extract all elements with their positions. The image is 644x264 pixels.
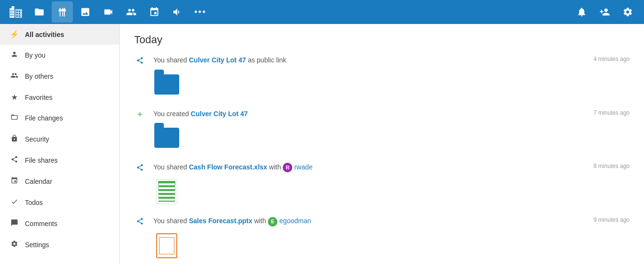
share-activity-icon [134,164,146,173]
sidebar-label-favorites: Favorites [25,94,53,101]
activity-text: You shared Cash Flow Forecast.xlsx with … [153,163,312,172]
sidebar-item-by-others[interactable]: By others [0,66,119,87]
sidebar-label-by-others: By others [25,72,53,80]
sidebar-item-file-shares[interactable]: File shares [0,150,119,171]
svg-rect-9 [16,11,18,12]
nav-audio[interactable] [167,1,188,23]
username[interactable]: egoodman [279,217,311,225]
svg-rect-4 [11,12,12,14]
activity-row: You shared Sales Forecast.pptx with E eg… [153,216,630,230]
activity-time: 9 minutes ago [572,216,630,223]
sidebar-item-calendar[interactable]: Calendar [0,171,119,192]
nav-calendar[interactable] [144,1,165,23]
activity-filename[interactable]: Culver City Lot 47 [189,56,246,64]
activity-body: You created Culver City Lot 47 7 minutes… [153,109,630,152]
top-nav-right [571,1,638,23]
nav-activity[interactable] [52,1,73,23]
gear-icon [10,240,19,250]
sidebar-item-favorites[interactable]: ★ Favorites [0,87,119,108]
share-activity-icon [134,57,146,66]
sidebar-label-comments: Comments [25,220,58,228]
activity-row: You shared Culver City Lot 47 as public … [153,56,630,69]
file-thumbnail [153,124,180,151]
presentation-icon [156,233,177,258]
activity-text: You shared Culver City Lot 47 as public … [153,56,286,65]
folder-open-icon [10,113,19,123]
sidebar-label-file-shares: File shares [25,156,58,164]
activity-time: 7 minutes ago [572,109,630,116]
svg-rect-5 [12,12,13,14]
svg-rect-6 [11,15,12,16]
sidebar-label-calendar: Calendar [25,178,52,185]
lightning-icon: ⚡ [10,30,19,39]
sidebar-item-file-changes[interactable]: File changes [0,108,119,129]
activity-time: 8 minutes ago [572,163,630,169]
svg-rect-12 [19,13,20,14]
sidebar-label-todos: Todos [25,199,43,206]
calendar-icon [10,177,19,186]
sidebar-item-settings[interactable]: Settings [0,234,119,255]
svg-rect-10 [19,11,20,12]
check-icon [10,198,19,207]
activity-filename[interactable]: Cash Flow Forecast.xlsx [189,163,267,171]
spreadsheet-icon [156,179,177,204]
user-avatar: E [268,217,277,227]
activity-item: You shared Sales Forecast.pptx with E eg… [134,216,630,259]
svg-rect-11 [16,13,18,14]
file-thumbnail [153,178,180,205]
svg-rect-3 [12,10,13,12]
activity-row: You shared Cash Flow Forecast.xlsx with … [153,163,630,176]
svg-rect-7 [12,15,13,16]
main-layout: ⚡ All activities By you By others ★ Favo… [0,24,644,264]
username[interactable]: rwade [294,163,312,171]
sidebar-item-todos[interactable]: Todos [0,192,119,213]
folder-icon [154,74,179,95]
notifications-button[interactable] [571,1,592,23]
star-icon: ★ [10,93,19,102]
sidebar-item-all-activities[interactable]: ⚡ All activities [0,24,119,45]
file-thumbnail [153,71,180,98]
activity-text: You shared Sales Forecast.pptx with E eg… [153,216,311,226]
sidebar-label-security: Security [25,135,49,143]
content-area: Today You shared Culver City Lot 47 as p… [120,24,644,264]
sidebar-item-security[interactable]: Security [0,129,119,150]
sidebar-label-by-you: By you [25,51,46,59]
share-icon [10,156,19,165]
create-activity-icon [134,110,146,120]
activity-body: You shared Sales Forecast.pptx with E eg… [153,216,630,259]
sidebar-label-settings: Settings [25,241,49,249]
nav-videos[interactable] [98,1,119,23]
sidebar-item-by-you[interactable]: By you [0,45,119,66]
file-thumbnail [153,232,180,259]
sidebar-item-comments[interactable]: Comments [0,213,119,234]
top-navigation: ••• [0,0,644,24]
activity-filename[interactable]: Culver City Lot 47 [191,110,248,118]
lock-icon [10,134,19,144]
svg-rect-14 [19,15,20,17]
activity-item: You created Culver City Lot 47 7 minutes… [134,109,630,152]
page-title: Today [134,34,630,46]
settings-button[interactable] [617,1,638,23]
folder-icon [154,128,179,148]
sidebar-label-file-changes: File changes [25,114,63,122]
app-logo[interactable] [6,1,27,23]
nav-more[interactable]: ••• [190,1,211,23]
people-icon [10,72,19,81]
activity-text: You created Culver City Lot 47 [153,109,248,119]
nav-contacts[interactable] [121,1,142,23]
activity-filename[interactable]: Sales Forecast.pptx [189,217,252,225]
user-avatar: R [283,163,292,172]
chat-icon [10,219,19,228]
svg-rect-13 [16,15,18,17]
add-user-button[interactable] [594,1,615,23]
nav-photos[interactable] [75,1,96,23]
activity-time: 4 minutes ago [572,56,630,62]
activity-row: You created Culver City Lot 47 7 minutes… [153,109,630,123]
sidebar: ⚡ All activities By you By others ★ Favo… [0,24,120,264]
svg-rect-2 [11,10,12,12]
nav-files[interactable] [29,1,50,23]
share-activity-icon [134,217,146,227]
sidebar-label-all-activities: All activities [25,31,64,38]
activity-item: You shared Cash Flow Forecast.xlsx with … [134,163,630,205]
activity-body: You shared Cash Flow Forecast.xlsx with … [153,163,630,205]
